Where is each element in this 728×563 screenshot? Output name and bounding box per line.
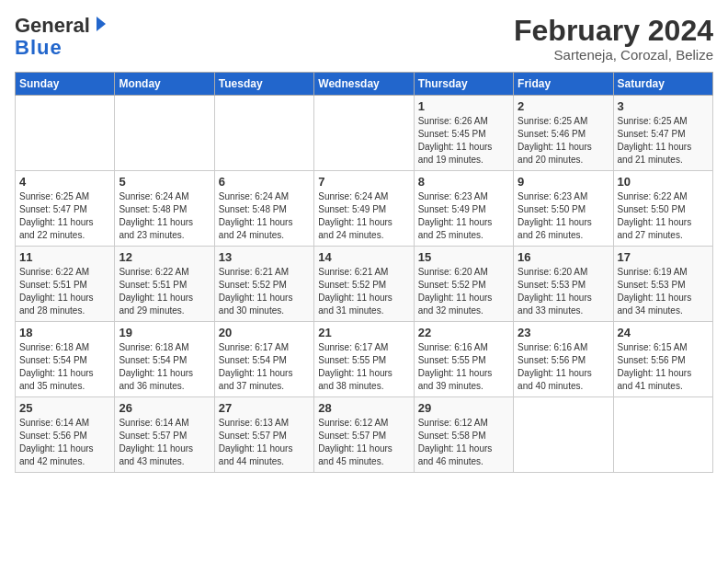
day-info: Sunrise: 6:18 AM Sunset: 5:54 PM Dayligh… xyxy=(19,341,110,393)
svg-marker-0 xyxy=(97,17,106,31)
day-info: Sunrise: 6:14 AM Sunset: 5:57 PM Dayligh… xyxy=(119,417,210,468)
col-tuesday: Tuesday xyxy=(214,73,313,96)
day-info: Sunrise: 6:17 AM Sunset: 5:54 PM Dayligh… xyxy=(219,341,310,393)
col-thursday: Thursday xyxy=(414,73,513,96)
calendar-cell: 17Sunrise: 6:19 AM Sunset: 5:53 PM Dayli… xyxy=(613,247,712,322)
day-number: 29 xyxy=(418,401,509,415)
day-info: Sunrise: 6:22 AM Sunset: 5:51 PM Dayligh… xyxy=(19,266,110,317)
day-info: Sunrise: 6:18 AM Sunset: 5:54 PM Dayligh… xyxy=(119,341,210,393)
day-number: 20 xyxy=(219,326,310,339)
calendar-cell xyxy=(314,96,414,171)
day-info: Sunrise: 6:16 AM Sunset: 5:56 PM Dayligh… xyxy=(518,341,609,393)
day-number: 26 xyxy=(119,401,210,415)
calendar-week-row: 11Sunrise: 6:22 AM Sunset: 5:51 PM Dayli… xyxy=(16,247,713,322)
day-number: 22 xyxy=(418,326,509,339)
day-number: 17 xyxy=(618,250,709,264)
logo-text-general: General xyxy=(15,15,90,37)
day-info: Sunrise: 6:12 AM Sunset: 5:58 PM Dayligh… xyxy=(418,417,509,468)
calendar-cell: 12Sunrise: 6:22 AM Sunset: 5:51 PM Dayli… xyxy=(115,247,214,322)
day-info: Sunrise: 6:22 AM Sunset: 5:51 PM Dayligh… xyxy=(119,266,210,317)
day-number: 1 xyxy=(418,99,509,113)
day-info: Sunrise: 6:15 AM Sunset: 5:56 PM Dayligh… xyxy=(618,341,709,393)
col-sunday: Sunday xyxy=(16,73,115,96)
day-info: Sunrise: 6:23 AM Sunset: 5:49 PM Dayligh… xyxy=(418,190,509,242)
calendar-subtitle: Sarteneja, Corozal, Belize xyxy=(514,47,713,63)
calendar-cell: 9Sunrise: 6:23 AM Sunset: 5:50 PM Daylig… xyxy=(514,171,613,247)
calendar-cell: 25Sunrise: 6:14 AM Sunset: 5:56 PM Dayli… xyxy=(16,397,115,473)
calendar-cell: 21Sunrise: 6:17 AM Sunset: 5:55 PM Dayli… xyxy=(314,322,414,397)
day-number: 4 xyxy=(19,175,110,189)
day-number: 24 xyxy=(618,326,709,339)
day-info: Sunrise: 6:14 AM Sunset: 5:56 PM Dayligh… xyxy=(19,417,110,468)
logo-arrow-icon xyxy=(93,17,109,37)
day-info: Sunrise: 6:25 AM Sunset: 5:46 PM Dayligh… xyxy=(518,115,609,167)
col-saturday: Saturday xyxy=(613,73,712,96)
day-info: Sunrise: 6:12 AM Sunset: 5:57 PM Dayligh… xyxy=(318,417,409,468)
calendar-cell: 6Sunrise: 6:24 AM Sunset: 5:48 PM Daylig… xyxy=(214,171,313,247)
day-number: 28 xyxy=(318,401,409,415)
calendar-cell: 19Sunrise: 6:18 AM Sunset: 5:54 PM Dayli… xyxy=(115,322,214,397)
calendar-cell: 1Sunrise: 6:26 AM Sunset: 5:45 PM Daylig… xyxy=(414,96,513,171)
calendar-cell: 14Sunrise: 6:21 AM Sunset: 5:52 PM Dayli… xyxy=(314,247,414,322)
calendar-cell: 7Sunrise: 6:24 AM Sunset: 5:49 PM Daylig… xyxy=(314,171,414,247)
calendar-week-row: 18Sunrise: 6:18 AM Sunset: 5:54 PM Dayli… xyxy=(16,322,713,397)
day-number: 10 xyxy=(618,175,709,189)
calendar-week-row: 4Sunrise: 6:25 AM Sunset: 5:47 PM Daylig… xyxy=(16,171,713,247)
calendar-header-row: Sunday Monday Tuesday Wednesday Thursday… xyxy=(16,73,713,96)
calendar-cell: 27Sunrise: 6:13 AM Sunset: 5:57 PM Dayli… xyxy=(214,397,313,473)
day-info: Sunrise: 6:24 AM Sunset: 5:49 PM Dayligh… xyxy=(318,190,409,242)
logo: General Blue xyxy=(15,15,109,59)
calendar-cell: 24Sunrise: 6:15 AM Sunset: 5:56 PM Dayli… xyxy=(613,322,712,397)
calendar-cell: 23Sunrise: 6:16 AM Sunset: 5:56 PM Dayli… xyxy=(514,322,613,397)
calendar-cell xyxy=(613,397,712,473)
calendar-cell xyxy=(16,96,115,171)
day-number: 2 xyxy=(518,99,609,113)
col-monday: Monday xyxy=(115,73,214,96)
calendar-cell: 13Sunrise: 6:21 AM Sunset: 5:52 PM Dayli… xyxy=(214,247,313,322)
day-number: 23 xyxy=(518,326,609,339)
day-number: 15 xyxy=(418,250,509,264)
day-number: 6 xyxy=(219,175,310,189)
day-info: Sunrise: 6:24 AM Sunset: 5:48 PM Dayligh… xyxy=(119,190,210,242)
day-number: 8 xyxy=(418,175,509,189)
calendar-cell: 5Sunrise: 6:24 AM Sunset: 5:48 PM Daylig… xyxy=(115,171,214,247)
calendar-table: Sunday Monday Tuesday Wednesday Thursday… xyxy=(15,72,713,473)
calendar-cell xyxy=(115,96,214,171)
calendar-week-row: 1Sunrise: 6:26 AM Sunset: 5:45 PM Daylig… xyxy=(16,96,713,171)
calendar-cell: 4Sunrise: 6:25 AM Sunset: 5:47 PM Daylig… xyxy=(16,171,115,247)
calendar-cell xyxy=(214,96,313,171)
day-info: Sunrise: 6:21 AM Sunset: 5:52 PM Dayligh… xyxy=(219,266,310,317)
calendar-title: February 2024 xyxy=(514,15,713,47)
logo-text-blue: Blue xyxy=(15,37,63,59)
calendar-cell: 26Sunrise: 6:14 AM Sunset: 5:57 PM Dayli… xyxy=(115,397,214,473)
calendar-cell: 3Sunrise: 6:25 AM Sunset: 5:47 PM Daylig… xyxy=(613,96,712,171)
day-info: Sunrise: 6:24 AM Sunset: 5:48 PM Dayligh… xyxy=(219,190,310,242)
day-info: Sunrise: 6:16 AM Sunset: 5:55 PM Dayligh… xyxy=(418,341,509,393)
calendar-cell: 2Sunrise: 6:25 AM Sunset: 5:46 PM Daylig… xyxy=(514,96,613,171)
calendar-cell: 29Sunrise: 6:12 AM Sunset: 5:58 PM Dayli… xyxy=(414,397,513,473)
day-number: 5 xyxy=(119,175,210,189)
day-info: Sunrise: 6:20 AM Sunset: 5:52 PM Dayligh… xyxy=(418,266,509,317)
calendar-title-block: February 2024 Sarteneja, Corozal, Belize xyxy=(514,15,713,63)
calendar-cell: 15Sunrise: 6:20 AM Sunset: 5:52 PM Dayli… xyxy=(414,247,513,322)
day-info: Sunrise: 6:17 AM Sunset: 5:55 PM Dayligh… xyxy=(318,341,409,393)
day-info: Sunrise: 6:25 AM Sunset: 5:47 PM Dayligh… xyxy=(19,190,110,242)
day-info: Sunrise: 6:19 AM Sunset: 5:53 PM Dayligh… xyxy=(618,266,709,317)
day-number: 3 xyxy=(618,99,709,113)
day-number: 11 xyxy=(19,250,110,264)
calendar-week-row: 25Sunrise: 6:14 AM Sunset: 5:56 PM Dayli… xyxy=(16,397,713,473)
day-number: 16 xyxy=(518,250,609,264)
day-number: 21 xyxy=(318,326,409,339)
calendar-cell: 22Sunrise: 6:16 AM Sunset: 5:55 PM Dayli… xyxy=(414,322,513,397)
day-number: 13 xyxy=(219,250,310,264)
day-number: 18 xyxy=(19,326,110,339)
calendar-cell: 20Sunrise: 6:17 AM Sunset: 5:54 PM Dayli… xyxy=(214,322,313,397)
day-info: Sunrise: 6:26 AM Sunset: 5:45 PM Dayligh… xyxy=(418,115,509,167)
col-wednesday: Wednesday xyxy=(314,73,414,96)
calendar-cell: 28Sunrise: 6:12 AM Sunset: 5:57 PM Dayli… xyxy=(314,397,414,473)
day-info: Sunrise: 6:20 AM Sunset: 5:53 PM Dayligh… xyxy=(518,266,609,317)
day-number: 7 xyxy=(318,175,409,189)
calendar-cell: 10Sunrise: 6:22 AM Sunset: 5:50 PM Dayli… xyxy=(613,171,712,247)
day-info: Sunrise: 6:22 AM Sunset: 5:50 PM Dayligh… xyxy=(618,190,709,242)
day-info: Sunrise: 6:25 AM Sunset: 5:47 PM Dayligh… xyxy=(618,115,709,167)
